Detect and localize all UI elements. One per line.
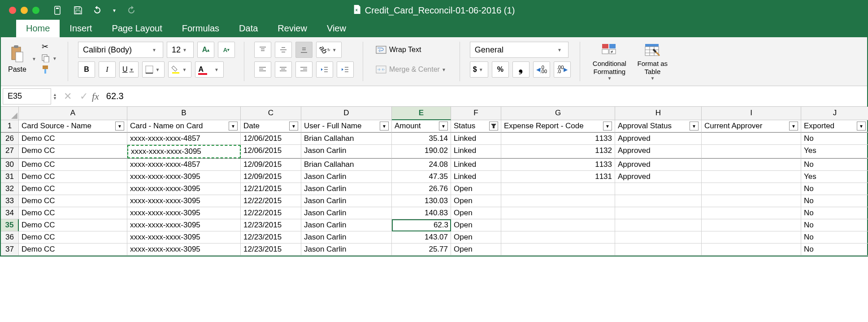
cell-B37[interactable]: xxxx-xxxx-xxxx-3095 (127, 244, 241, 256)
row-header-27[interactable]: 27 (1, 145, 19, 158)
fx-icon[interactable]: fx (92, 91, 99, 102)
format-as-table-button[interactable]: Format as Table▼ (637, 42, 668, 81)
row-header-26[interactable]: 26 (1, 132, 19, 145)
column-header-E[interactable]: E (392, 107, 451, 120)
column-header-A[interactable]: A (19, 107, 127, 120)
cell-J36[interactable]: No (801, 231, 868, 244)
cell-C37[interactable]: 12/23/2015 (241, 244, 301, 256)
filter-button-A[interactable]: ▼ (115, 122, 124, 131)
cell-I36[interactable] (702, 231, 801, 244)
cell-A26[interactable]: Demo CC (19, 132, 127, 145)
cell-D27[interactable]: Jason Carlin (301, 145, 392, 158)
filter-button-E[interactable]: ▼ (439, 122, 448, 131)
cell-H31[interactable]: Approved (615, 171, 702, 183)
cell-B30[interactable]: xxxx-xxxx-xxxx-4857 (127, 158, 241, 171)
cell-G31[interactable]: 1131 (501, 171, 615, 183)
cell-F35[interactable]: Open (451, 219, 501, 231)
cell-A33[interactable]: Demo CC (19, 195, 127, 207)
filter-button-C[interactable]: ▼ (289, 122, 298, 131)
filter-button-D[interactable]: ▼ (380, 122, 389, 131)
header-cell-F[interactable]: Status (451, 120, 501, 132)
cell-I32[interactable] (702, 183, 801, 195)
row-header-37[interactable]: 37 (1, 244, 19, 256)
cell-I27[interactable] (702, 145, 801, 158)
column-header-C[interactable]: C (241, 107, 301, 120)
header-cell-J[interactable]: Exported ▼ (801, 120, 868, 132)
cancel-button[interactable]: ✕ (60, 91, 76, 102)
autosave-button[interactable] (53, 5, 64, 16)
cell-G30[interactable]: 1133 (501, 158, 615, 171)
cell-C35[interactable]: 12/23/2015 (241, 219, 301, 231)
cell-F36[interactable]: Open (451, 231, 501, 244)
select-all-corner[interactable] (1, 107, 19, 120)
cell-D35[interactable]: Jason Carlin (301, 219, 392, 231)
cell-E31[interactable]: 47.35 (392, 171, 451, 183)
cell-H37[interactable] (615, 244, 702, 256)
header-cell-H[interactable]: Approval Status ▼ (615, 120, 702, 132)
cell-J31[interactable]: Yes (801, 171, 868, 183)
cell-E35[interactable]: 62.3 (392, 219, 451, 231)
orientation-button[interactable]: ab↻▼ (316, 42, 342, 58)
save-button[interactable] (73, 5, 83, 16)
column-header-F[interactable]: F (451, 107, 501, 120)
cell-G34[interactable] (501, 207, 615, 219)
cell-B36[interactable]: xxxx-xxxx-xxxx-3095 (127, 231, 241, 244)
cell-D32[interactable]: Jason Carlin (301, 183, 392, 195)
column-header-I[interactable]: I (702, 107, 801, 120)
cell-D26[interactable]: Brian Callahan (301, 132, 392, 145)
cell-A37[interactable]: Demo CC (19, 244, 127, 256)
format-painter-button[interactable] (42, 65, 59, 76)
cell-E32[interactable]: 26.76 (392, 183, 451, 195)
name-box-spinner[interactable]: ▲▼ (53, 93, 57, 100)
cell-G33[interactable] (501, 195, 615, 207)
cell-E27[interactable]: 190.02 (392, 145, 451, 158)
cell-J30[interactable]: No (801, 158, 868, 171)
cell-D34[interactable]: Jason Carlin (301, 207, 392, 219)
name-box[interactable]: E35 (3, 88, 51, 104)
cell-B27[interactable]: xxxx-xxxx-xxxx-3095 (127, 145, 241, 158)
cell-C26[interactable]: 12/06/2015 (241, 132, 301, 145)
align-bottom-button[interactable] (295, 42, 312, 58)
font-size-combo[interactable]: 12▼ (167, 42, 194, 58)
cell-I37[interactable] (702, 244, 801, 256)
font-color-button[interactable]: A▼ (195, 61, 224, 78)
cell-D30[interactable]: Brian Callahan (301, 158, 392, 171)
column-header-J[interactable]: J (801, 107, 868, 120)
cell-H27[interactable]: Approved (615, 145, 702, 158)
cell-A34[interactable]: Demo CC (19, 207, 127, 219)
cell-J26[interactable]: No (801, 132, 868, 145)
cell-F34[interactable]: Open (451, 207, 501, 219)
cell-E36[interactable]: 143.07 (392, 231, 451, 244)
cell-C34[interactable]: 12/22/2015 (241, 207, 301, 219)
cell-B35[interactable]: xxxx-xxxx-xxxx-3095 (127, 219, 241, 231)
cell-B34[interactable]: xxxx-xxxx-xxxx-3095 (127, 207, 241, 219)
cell-A30[interactable]: Demo CC (19, 158, 127, 171)
cell-B33[interactable]: xxxx-xxxx-xxxx-3095 (127, 195, 241, 207)
redo-button[interactable] (126, 5, 136, 16)
tab-data[interactable]: Data (229, 20, 268, 37)
header-cell-D[interactable]: User - Full Name ▼ (301, 120, 392, 132)
cell-J27[interactable]: Yes (801, 145, 868, 158)
cell-G26[interactable]: 1133 (501, 132, 615, 145)
cell-G32[interactable] (501, 183, 615, 195)
align-middle-button[interactable] (275, 42, 292, 58)
cell-E26[interactable]: 35.14 (392, 132, 451, 145)
cell-F37[interactable]: Open (451, 244, 501, 256)
cell-C36[interactable]: 12/23/2015 (241, 231, 301, 244)
minimize-window-button[interactable] (21, 7, 28, 14)
row-header-34[interactable]: 34 (1, 207, 19, 219)
tab-view[interactable]: View (317, 20, 356, 37)
row-header-1[interactable]: 1 (1, 120, 19, 132)
cell-C32[interactable]: 12/21/2015 (241, 183, 301, 195)
italic-button[interactable]: I (99, 61, 116, 78)
paste-dropdown[interactable]: ▼ (30, 57, 38, 61)
cell-E34[interactable]: 140.83 (392, 207, 451, 219)
close-window-button[interactable] (9, 7, 16, 14)
cell-F32[interactable]: Open (451, 183, 501, 195)
cell-J32[interactable]: No (801, 183, 868, 195)
cell-J35[interactable]: No (801, 219, 868, 231)
tab-home[interactable]: Home (16, 20, 60, 37)
tab-page-layout[interactable]: Page Layout (102, 20, 172, 37)
cell-F30[interactable]: Linked (451, 158, 501, 171)
cell-I35[interactable] (702, 219, 801, 231)
